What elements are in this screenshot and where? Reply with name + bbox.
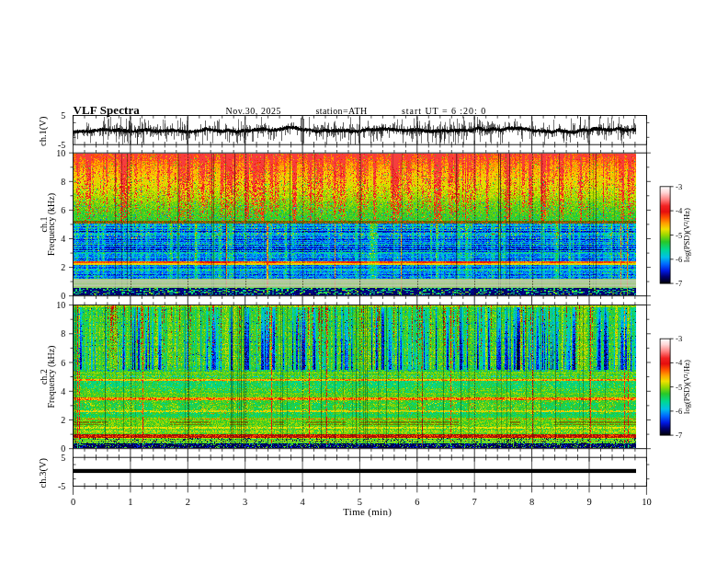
svg-text:5: 5 [61,110,65,121]
svg-text:Frequency (kHz): Frequency (kHz) [47,193,58,256]
svg-text:-5: -5 [58,481,65,491]
svg-text:5: 5 [358,497,362,507]
svg-text:9: 9 [586,497,591,507]
svg-text:6: 6 [61,205,65,215]
svg-text:2: 2 [61,262,65,272]
svg-text:8: 8 [61,328,65,339]
svg-text:0: 0 [71,497,75,507]
svg-text:-7: -7 [676,431,682,440]
svg-text:6: 6 [61,358,65,368]
svg-text:2: 2 [186,497,190,507]
svg-text:log(PSD)(V²/Hz): log(PSD)(V²/Hz) [682,208,691,262]
svg-text:Time (min): Time (min) [343,506,392,518]
svg-text:5: 5 [61,453,65,463]
svg-text:1: 1 [128,497,132,507]
svg-text:10: 10 [56,148,65,158]
svg-text:8: 8 [61,177,65,187]
svg-text:4: 4 [300,497,305,507]
svg-text:2: 2 [61,415,65,425]
svg-text:Nov.30, 2025: Nov.30, 2025 [226,106,282,116]
svg-text:start UT = 6 :20: 0: start UT = 6 :20: 0 [402,106,486,116]
svg-text:VLF Spectra: VLF Spectra [74,103,141,117]
svg-text:-3: -3 [676,334,682,343]
svg-text:10: 10 [642,497,652,507]
svg-text:-7: -7 [676,279,682,288]
svg-text:ch.3(V): ch.3(V) [38,458,49,488]
svg-text:-3: -3 [676,182,682,191]
svg-text:3: 3 [243,497,247,507]
svg-text:8: 8 [529,497,534,507]
svg-text:4: 4 [61,234,65,244]
svg-text:station=ATH: station=ATH [316,106,368,116]
svg-text:log(PSD)(V²/Hz): log(PSD)(V²/Hz) [682,360,691,414]
svg-text:10: 10 [56,300,65,310]
svg-text:7: 7 [472,497,477,507]
svg-text:0: 0 [61,443,65,454]
svg-text:ch.1(V): ch.1(V) [38,116,49,146]
svg-text:6: 6 [415,497,419,507]
svg-text:Frequency (kHz): Frequency (kHz) [47,346,58,408]
svg-text:4: 4 [61,386,65,396]
